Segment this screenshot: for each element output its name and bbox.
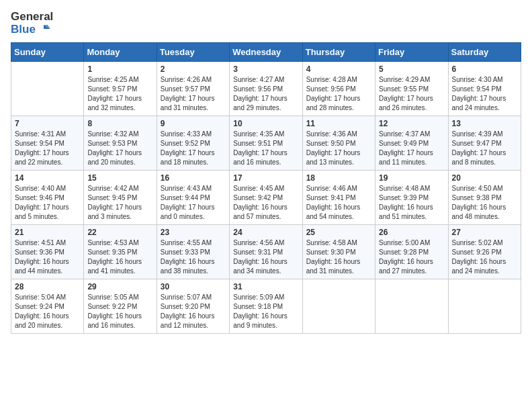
calendar-cell: 20Sunrise: 4:50 AM Sunset: 9:38 PM Dayli… <box>448 170 521 224</box>
page-header: General Blue <box>11 11 521 37</box>
day-number: 28 <box>15 282 80 291</box>
calendar-cell: 21Sunrise: 4:51 AM Sunset: 9:36 PM Dayli… <box>11 224 84 279</box>
day-info: Sunrise: 4:32 AM Sunset: 9:53 PM Dayligh… <box>87 130 152 167</box>
day-info: Sunrise: 5:00 AM Sunset: 9:28 PM Dayligh… <box>379 238 444 276</box>
day-info: Sunrise: 4:39 AM Sunset: 9:47 PM Dayligh… <box>452 130 517 167</box>
day-number: 29 <box>87 282 152 291</box>
day-info: Sunrise: 4:28 AM Sunset: 9:56 PM Dayligh… <box>306 75 371 113</box>
day-number: 2 <box>161 64 226 74</box>
day-number: 19 <box>379 173 444 183</box>
calendar-cell: 23Sunrise: 4:55 AM Sunset: 9:33 PM Dayli… <box>157 224 229 279</box>
day-info: Sunrise: 4:29 AM Sunset: 9:55 PM Dayligh… <box>379 75 444 113</box>
day-number: 12 <box>379 119 444 128</box>
day-number: 31 <box>233 282 298 291</box>
calendar-cell: 9Sunrise: 4:33 AM Sunset: 9:52 PM Daylig… <box>157 116 229 170</box>
day-number: 27 <box>452 228 517 237</box>
calendar-cell <box>375 279 448 333</box>
day-number: 24 <box>233 228 298 237</box>
day-info: Sunrise: 4:50 AM Sunset: 9:38 PM Dayligh… <box>452 184 517 222</box>
calendar-cell: 2Sunrise: 4:26 AM Sunset: 9:57 PM Daylig… <box>157 61 229 116</box>
header-monday: Monday <box>84 42 157 61</box>
day-number: 25 <box>306 228 371 237</box>
day-info: Sunrise: 4:58 AM Sunset: 9:30 PM Dayligh… <box>306 238 371 276</box>
week-row-1: 7Sunrise: 4:31 AM Sunset: 9:54 PM Daylig… <box>11 116 521 170</box>
day-number: 11 <box>306 119 371 128</box>
calendar-cell: 1Sunrise: 4:25 AM Sunset: 9:57 PM Daylig… <box>84 61 157 116</box>
day-info: Sunrise: 5:09 AM Sunset: 9:18 PM Dayligh… <box>233 293 298 330</box>
header-tuesday: Tuesday <box>157 42 229 61</box>
day-number: 9 <box>161 119 226 128</box>
calendar-cell: 26Sunrise: 5:00 AM Sunset: 9:28 PM Dayli… <box>375 224 448 279</box>
week-row-0: 1Sunrise: 4:25 AM Sunset: 9:57 PM Daylig… <box>11 61 521 116</box>
day-info: Sunrise: 5:05 AM Sunset: 9:22 PM Dayligh… <box>87 293 152 330</box>
calendar-table: SundayMondayTuesdayWednesdayThursdayFrid… <box>11 42 521 334</box>
day-number: 10 <box>233 119 298 128</box>
week-row-3: 21Sunrise: 4:51 AM Sunset: 9:36 PM Dayli… <box>11 224 521 279</box>
day-number: 7 <box>15 119 80 128</box>
week-row-2: 14Sunrise: 4:40 AM Sunset: 9:46 PM Dayli… <box>11 170 521 224</box>
logo-blue: Blue <box>11 24 53 37</box>
day-info: Sunrise: 4:48 AM Sunset: 9:39 PM Dayligh… <box>379 184 444 222</box>
calendar-cell: 29Sunrise: 5:05 AM Sunset: 9:22 PM Dayli… <box>84 279 157 333</box>
day-info: Sunrise: 4:43 AM Sunset: 9:44 PM Dayligh… <box>161 184 226 222</box>
calendar-cell <box>448 279 521 333</box>
day-number: 18 <box>306 173 371 183</box>
day-number: 23 <box>161 228 226 237</box>
calendar-cell: 14Sunrise: 4:40 AM Sunset: 9:46 PM Dayli… <box>11 170 84 224</box>
day-number: 22 <box>87 228 152 237</box>
header-saturday: Saturday <box>448 42 521 61</box>
day-number: 16 <box>161 173 226 183</box>
logo: General Blue <box>11 11 53 37</box>
day-info: Sunrise: 5:02 AM Sunset: 9:26 PM Dayligh… <box>452 238 517 276</box>
day-info: Sunrise: 4:36 AM Sunset: 9:50 PM Dayligh… <box>306 130 371 167</box>
calendar-cell: 17Sunrise: 4:45 AM Sunset: 9:42 PM Dayli… <box>230 170 302 224</box>
day-info: Sunrise: 4:27 AM Sunset: 9:56 PM Dayligh… <box>233 75 298 113</box>
day-info: Sunrise: 4:37 AM Sunset: 9:49 PM Dayligh… <box>379 130 444 167</box>
day-number: 1 <box>87 64 152 74</box>
day-number: 17 <box>233 173 298 183</box>
header-thursday: Thursday <box>302 42 375 61</box>
day-number: 15 <box>87 173 152 183</box>
calendar-cell: 6Sunrise: 4:30 AM Sunset: 9:54 PM Daylig… <box>448 61 521 116</box>
calendar-cell: 31Sunrise: 5:09 AM Sunset: 9:18 PM Dayli… <box>230 279 302 333</box>
day-number: 5 <box>379 64 444 74</box>
day-info: Sunrise: 4:42 AM Sunset: 9:45 PM Dayligh… <box>87 184 152 222</box>
day-info: Sunrise: 4:56 AM Sunset: 9:31 PM Dayligh… <box>233 238 298 276</box>
header-friday: Friday <box>375 42 448 61</box>
header-sunday: Sunday <box>11 42 84 61</box>
logo-bird-icon <box>37 24 50 37</box>
calendar-cell: 22Sunrise: 4:53 AM Sunset: 9:35 PM Dayli… <box>84 224 157 279</box>
logo-general: General <box>11 11 53 24</box>
day-info: Sunrise: 4:45 AM Sunset: 9:42 PM Dayligh… <box>233 184 298 222</box>
calendar-cell: 24Sunrise: 4:56 AM Sunset: 9:31 PM Dayli… <box>230 224 302 279</box>
calendar-cell: 4Sunrise: 4:28 AM Sunset: 9:56 PM Daylig… <box>302 61 375 116</box>
calendar-cell: 25Sunrise: 4:58 AM Sunset: 9:30 PM Dayli… <box>302 224 375 279</box>
header-wednesday: Wednesday <box>230 42 302 61</box>
calendar-cell: 30Sunrise: 5:07 AM Sunset: 9:20 PM Dayli… <box>157 279 229 333</box>
day-info: Sunrise: 5:04 AM Sunset: 9:24 PM Dayligh… <box>15 293 80 330</box>
calendar-cell: 28Sunrise: 5:04 AM Sunset: 9:24 PM Dayli… <box>11 279 84 333</box>
calendar-cell: 18Sunrise: 4:46 AM Sunset: 9:41 PM Dayli… <box>302 170 375 224</box>
calendar-cell: 19Sunrise: 4:48 AM Sunset: 9:39 PM Dayli… <box>375 170 448 224</box>
calendar-cell: 10Sunrise: 4:35 AM Sunset: 9:51 PM Dayli… <box>230 116 302 170</box>
day-info: Sunrise: 5:07 AM Sunset: 9:20 PM Dayligh… <box>161 293 226 330</box>
day-info: Sunrise: 4:25 AM Sunset: 9:57 PM Dayligh… <box>87 75 152 113</box>
calendar-cell: 13Sunrise: 4:39 AM Sunset: 9:47 PM Dayli… <box>448 116 521 170</box>
day-number: 13 <box>452 119 517 128</box>
calendar-cell: 8Sunrise: 4:32 AM Sunset: 9:53 PM Daylig… <box>84 116 157 170</box>
calendar-cell: 27Sunrise: 5:02 AM Sunset: 9:26 PM Dayli… <box>448 224 521 279</box>
day-info: Sunrise: 4:55 AM Sunset: 9:33 PM Dayligh… <box>161 238 226 276</box>
day-number: 6 <box>452 64 517 74</box>
day-info: Sunrise: 4:40 AM Sunset: 9:46 PM Dayligh… <box>15 184 80 222</box>
day-info: Sunrise: 4:51 AM Sunset: 9:36 PM Dayligh… <box>15 238 80 276</box>
calendar-cell: 11Sunrise: 4:36 AM Sunset: 9:50 PM Dayli… <box>302 116 375 170</box>
calendar-cell: 3Sunrise: 4:27 AM Sunset: 9:56 PM Daylig… <box>230 61 302 116</box>
day-number: 3 <box>233 64 298 74</box>
calendar-cell: 12Sunrise: 4:37 AM Sunset: 9:49 PM Dayli… <box>375 116 448 170</box>
day-number: 30 <box>161 282 226 291</box>
calendar-header-row: SundayMondayTuesdayWednesdayThursdayFrid… <box>11 42 521 61</box>
calendar-cell <box>302 279 375 333</box>
calendar-cell: 7Sunrise: 4:31 AM Sunset: 9:54 PM Daylig… <box>11 116 84 170</box>
day-number: 8 <box>87 119 152 128</box>
day-info: Sunrise: 4:46 AM Sunset: 9:41 PM Dayligh… <box>306 184 371 222</box>
